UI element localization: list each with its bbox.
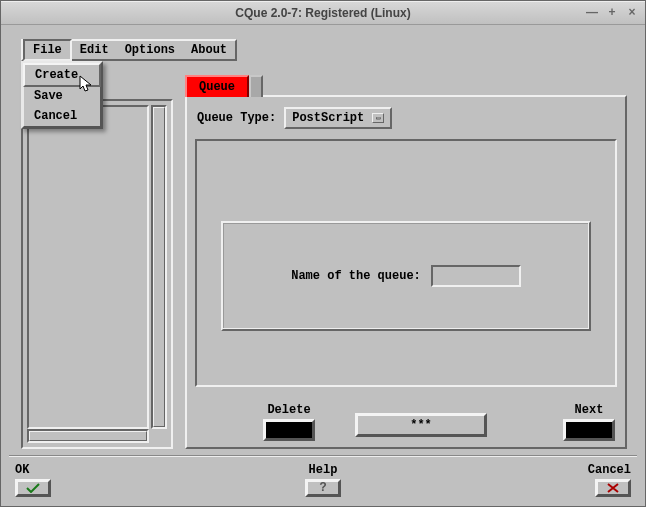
- vertical-scrollbar[interactable]: [151, 105, 167, 429]
- close-icon[interactable]: ×: [625, 5, 639, 19]
- question-icon: ?: [319, 481, 326, 495]
- queue-name-panel: Name of the queue:: [221, 221, 591, 331]
- menu-options[interactable]: Options: [117, 41, 183, 59]
- queue-list-frame: [21, 99, 173, 449]
- x-icon: [606, 483, 620, 493]
- menu-file[interactable]: File: [23, 39, 72, 61]
- next-group: Next: [563, 403, 615, 441]
- cursor-icon: [79, 75, 93, 95]
- tabstrip: Queue: [185, 75, 263, 97]
- ok-label: OK: [15, 463, 29, 477]
- combo-indicator-icon: ▭: [372, 113, 384, 123]
- delete-button[interactable]: [263, 419, 315, 441]
- next-label: Next: [575, 403, 604, 417]
- separator: [9, 455, 637, 457]
- queue-type-combo[interactable]: PostScript ▭: [284, 107, 392, 129]
- app-window: CQue 2.0-7: Registered (Linux) — + × Fil…: [0, 0, 646, 507]
- file-dropdown: Create Save Cancel: [21, 61, 103, 129]
- titlebar-controls: — + ×: [585, 5, 639, 19]
- cancel-button[interactable]: [595, 479, 631, 497]
- menubar: File Edit Options About: [21, 39, 237, 61]
- queue-listbox[interactable]: [27, 105, 149, 429]
- delete-group: Delete: [263, 403, 315, 441]
- next-button[interactable]: [563, 419, 615, 441]
- queue-name-label: Name of the queue:: [291, 269, 421, 283]
- ok-button[interactable]: [15, 479, 51, 497]
- queue-inner-panel: Name of the queue:: [195, 139, 617, 387]
- delete-label: Delete: [267, 403, 310, 417]
- minimize-icon[interactable]: —: [585, 5, 599, 19]
- help-label: Help: [309, 463, 338, 477]
- maximize-icon[interactable]: +: [605, 5, 619, 19]
- queue-type-value: PostScript: [292, 111, 364, 125]
- middle-button[interactable]: ***: [355, 413, 487, 437]
- horizontal-scrollbar-thumb[interactable]: [29, 431, 147, 441]
- menu-edit[interactable]: Edit: [72, 41, 117, 59]
- help-group: Help ?: [305, 463, 341, 497]
- menu-about[interactable]: About: [183, 41, 235, 59]
- tab-queue[interactable]: Queue: [185, 75, 249, 97]
- horizontal-scrollbar[interactable]: [27, 429, 149, 443]
- file-menu-cancel[interactable]: Cancel: [24, 106, 100, 126]
- cancel-group: Cancel: [588, 463, 631, 497]
- tab-placeholder: [249, 75, 263, 97]
- queue-type-row: Queue Type: PostScript ▭: [197, 107, 392, 129]
- queue-name-input[interactable]: [431, 265, 521, 287]
- vertical-scrollbar-thumb[interactable]: [153, 107, 165, 427]
- ok-group: OK: [15, 463, 51, 497]
- help-button[interactable]: ?: [305, 479, 341, 497]
- client-area: File Edit Options About : Create Save Ca…: [1, 25, 645, 506]
- middle-button-label: ***: [410, 418, 432, 432]
- check-icon: [25, 483, 41, 493]
- queue-type-label: Queue Type:: [197, 111, 276, 125]
- queue-tab-panel: Queue Type: PostScript ▭ Name of the que…: [185, 95, 627, 449]
- window-title: CQue 2.0-7: Registered (Linux): [235, 6, 410, 20]
- cancel-label: Cancel: [588, 463, 631, 477]
- titlebar: CQue 2.0-7: Registered (Linux) — + ×: [1, 1, 645, 25]
